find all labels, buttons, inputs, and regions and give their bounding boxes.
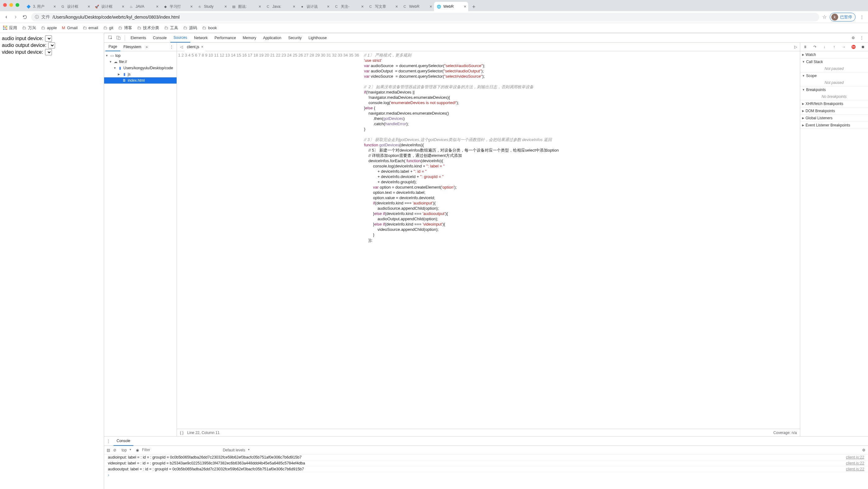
nav-menu-icon[interactable]: ⋮ xyxy=(168,45,175,49)
xhr-bp-section[interactable]: ▶XHR/fetch Breakpoints xyxy=(800,100,868,107)
devtools-tab-security[interactable]: Security xyxy=(285,33,305,42)
bookmark-item[interactable]: 🗀book xyxy=(202,26,217,30)
inspect-icon[interactable] xyxy=(106,34,114,42)
bookmark-item[interactable]: MGmail xyxy=(62,26,78,30)
step-over-icon[interactable]: ↷ xyxy=(812,45,818,49)
deactivate-bp-icon[interactable]: ⛔ xyxy=(850,45,856,49)
global-listeners-section[interactable]: ▶Global Listeners xyxy=(800,115,868,122)
close-tab-icon[interactable]: × xyxy=(259,4,261,9)
bookmark-item[interactable]: 🗀apple xyxy=(41,26,57,30)
close-tab-icon[interactable]: × xyxy=(122,4,124,9)
browser-tab[interactable]: 🔷3. 用户× xyxy=(24,2,58,11)
close-tab-icon[interactable]: × xyxy=(293,4,296,9)
browser-tab[interactable]: 🚀设计框× xyxy=(92,2,126,11)
close-tab-icon[interactable]: × xyxy=(430,4,432,9)
dom-bp-section[interactable]: ▶DOM Breakpoints xyxy=(800,107,868,114)
close-tab-icon[interactable]: × xyxy=(54,4,56,9)
bookmark-item[interactable]: 🗀技术分类 xyxy=(137,25,159,31)
close-tab-icon[interactable]: × xyxy=(156,4,159,9)
editor-prev-icon[interactable]: ◁ xyxy=(178,45,184,49)
devtools-tab-sources[interactable]: Sources xyxy=(170,33,190,42)
browser-tab[interactable]: ●设计说× xyxy=(297,2,332,11)
close-tab-icon[interactable]: × xyxy=(190,4,193,9)
console-filter-input[interactable] xyxy=(142,448,220,452)
back-button[interactable] xyxy=(3,14,9,20)
tree-top[interactable]: ▼▭top xyxy=(104,53,177,59)
devtools-tab-application[interactable]: Application xyxy=(260,33,284,42)
live-expression-icon[interactable]: ◉ xyxy=(136,448,139,452)
console-context[interactable]: top xyxy=(119,447,133,453)
browser-tab[interactable]: ▤图说:× xyxy=(229,2,263,11)
close-tab-icon[interactable]: × xyxy=(396,4,398,9)
bookmark-item[interactable]: 🗀工具 xyxy=(164,25,178,31)
devtools-tab-network[interactable]: Network xyxy=(191,33,211,42)
scope-section[interactable]: ▼Scope xyxy=(800,72,868,79)
editor-file-tab[interactable]: client.js × xyxy=(184,42,206,51)
console-settings-icon[interactable]: ⚙ xyxy=(862,448,866,452)
console-sidebar-icon[interactable]: ▤ xyxy=(106,448,110,452)
devtools-menu-icon[interactable]: ⋮ xyxy=(858,34,866,42)
profile-chip[interactable]: k 已暂停 xyxy=(830,13,856,22)
device-toggle-icon[interactable] xyxy=(115,34,122,42)
devtools-tab-lighthouse[interactable]: Lighthouse xyxy=(305,33,330,42)
drawer-menu-icon[interactable]: ⋮ xyxy=(106,439,111,443)
audio-input-select[interactable] xyxy=(45,35,52,42)
step-into-icon[interactable]: ↓ xyxy=(822,45,827,49)
bookmark-item[interactable]: 🗀源码 xyxy=(183,25,197,31)
step-out-icon[interactable]: ↑ xyxy=(831,45,837,49)
tree-file-selected[interactable]: 🗎index.html xyxy=(104,77,177,84)
drawer-tab-console[interactable]: Console xyxy=(114,436,133,446)
log-source-link[interactable]: client.js:22 xyxy=(846,467,864,471)
code-area[interactable]: 1 2 3 4 5 6 7 8 9 10 11 12 13 14 15 16 1… xyxy=(177,51,800,429)
devtools-tab-console[interactable]: Console xyxy=(150,33,170,42)
tree-folder[interactable]: ▼▮Users/kongyulu/Desktop/code xyxy=(104,65,177,71)
browser-tab[interactable]: G设计框× xyxy=(58,2,92,11)
browser-tab[interactable]: 🌐WebR× xyxy=(434,2,468,11)
close-tab-icon[interactable]: × xyxy=(327,4,330,9)
devtools-tab-memory[interactable]: Memory xyxy=(240,33,259,42)
log-source-link[interactable]: client.js:22 xyxy=(846,461,864,465)
browser-tab[interactable]: ⎋Study× xyxy=(195,2,229,11)
site-info-icon[interactable]: ⓘ xyxy=(35,14,39,20)
devtools-tab-elements[interactable]: Elements xyxy=(127,33,149,42)
pause-exceptions-icon[interactable]: ⏺ xyxy=(860,45,866,49)
browser-tab[interactable]: ◆学习打× xyxy=(160,2,195,11)
bookmark-star-icon[interactable]: ☆ xyxy=(822,14,827,20)
settings-icon[interactable]: ⚙ xyxy=(849,34,857,42)
browser-menu-icon[interactable]: ⋮ xyxy=(859,14,865,20)
pause-icon[interactable]: ⏸ xyxy=(802,45,808,49)
breakpoints-section[interactable]: ▼Breakpoints xyxy=(800,86,868,93)
close-file-icon[interactable]: × xyxy=(201,45,203,49)
clear-console-icon[interactable]: ⊘ xyxy=(113,448,116,452)
close-tab-icon[interactable]: × xyxy=(88,4,90,9)
close-tab-icon[interactable]: × xyxy=(361,4,364,9)
close-window[interactable] xyxy=(3,3,7,7)
bookmark-item[interactable]: 🗀万兴 xyxy=(22,25,36,31)
address-bar[interactable]: ⓘ 文件 /Users/kongyulu/Desktop/code/webrtc… xyxy=(31,13,819,22)
bookmark-item[interactable]: 🗀博客 xyxy=(118,25,132,31)
browser-tab[interactable]: CJava:× xyxy=(263,2,297,11)
browser-tab[interactable]: CWebR× xyxy=(400,2,434,11)
event-bp-section[interactable]: ▶Event Listener Breakpoints xyxy=(800,122,868,129)
pretty-print-icon[interactable]: { } xyxy=(180,431,183,435)
nav-tab-filesystem[interactable]: Filesystem xyxy=(120,42,144,51)
log-levels[interactable]: Default levels xyxy=(223,448,250,452)
tree-origin[interactable]: ▼☁file:// xyxy=(104,59,177,65)
tree-js-folder[interactable]: ▶▮js xyxy=(104,71,177,77)
browser-tab[interactable]: C写文章× xyxy=(366,2,400,11)
bookmark-item[interactable]: 应用 xyxy=(3,25,17,31)
video-input-select[interactable] xyxy=(45,49,52,55)
watch-section[interactable]: ▶Watch xyxy=(800,51,868,58)
nav-tab-page[interactable]: Page xyxy=(105,42,120,51)
bookmark-item[interactable]: 🗀git xyxy=(103,26,114,30)
step-icon[interactable]: → xyxy=(841,45,846,49)
nav-tab-more-icon[interactable]: » xyxy=(146,45,148,49)
maximize-window[interactable] xyxy=(16,3,19,7)
browser-tab[interactable]: C关注-× xyxy=(332,2,366,11)
new-tab-button[interactable]: + xyxy=(469,2,478,11)
close-tab-icon[interactable]: × xyxy=(224,4,227,9)
close-tab-icon[interactable]: × xyxy=(464,4,466,9)
log-source-link[interactable]: client.js:22 xyxy=(846,455,864,459)
bookmark-item[interactable]: 🗀email xyxy=(83,26,98,30)
forward-button[interactable] xyxy=(12,14,19,20)
